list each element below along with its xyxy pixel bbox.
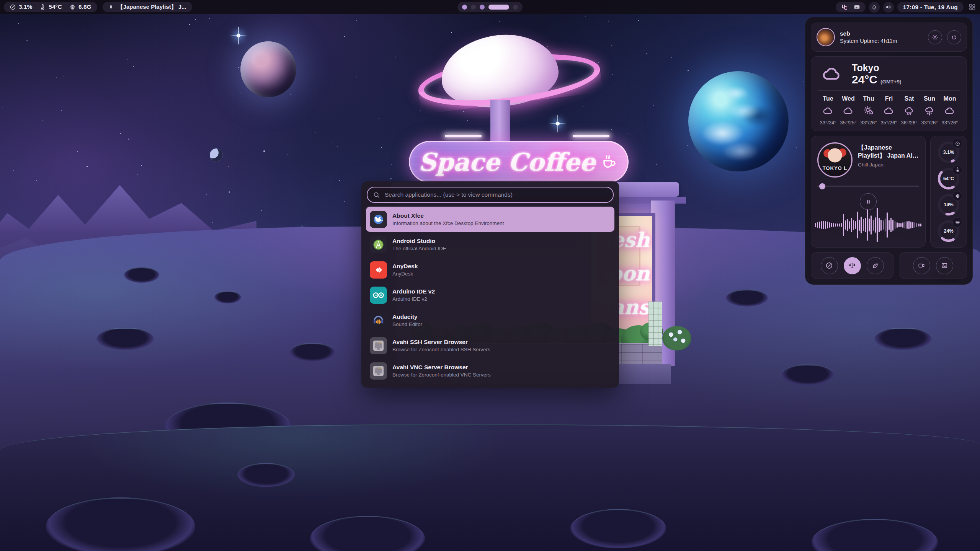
seek-knob[interactable] — [819, 183, 825, 189]
xfce-app-icon — [370, 211, 387, 228]
weather-city: Tokyo — [852, 63, 901, 73]
app-description: Information about the Xfce Desktop Envir… — [392, 220, 504, 226]
tray-wallpaper-icon[interactable] — [853, 3, 861, 11]
system-stats-pill: 3.1%54°C6.8G — [4, 2, 97, 12]
power-profile-scales[interactable] — [844, 257, 861, 274]
search-input[interactable] — [384, 191, 608, 199]
gauge-thermometer: 54°C — [936, 166, 961, 191]
power-profile-card — [811, 252, 893, 279]
arduino-app-icon — [370, 287, 387, 304]
rain-icon — [903, 105, 915, 117]
app-name: Arduino IDE v2 — [392, 288, 435, 295]
app-name: About Xfce — [392, 212, 504, 219]
app-row-audacity[interactable]: Audacity Sound Editor — [366, 308, 614, 333]
forecast-fri: Fri 35°/26° — [879, 95, 899, 126]
marquee-light — [445, 135, 482, 137]
forecast-sat: Sat 36°/26° — [899, 95, 919, 126]
clock-button[interactable]: 17:09 - Tue, 19 Aug — [897, 2, 964, 12]
volume-button[interactable] — [883, 2, 894, 13]
app-row-avahi-ssh-server-browser[interactable]: Avahi SSH Server Browser Browse for Zero… — [366, 333, 614, 358]
stat-gauge: 3.1% — [10, 3, 32, 10]
cloud-icon — [818, 64, 846, 85]
app-row-arduino-ide-v2[interactable]: Arduino IDE v2 Arduino IDE v2 — [366, 282, 614, 308]
forecast-thu: Thu 33°/26° — [859, 95, 879, 126]
android-studio-app-icon — [370, 236, 387, 253]
topbar-left-cluster: 3.1%54°C6.8G 【Japanese Playlist】 J... — [4, 2, 192, 12]
capture-video[interactable] — [913, 257, 930, 274]
search-bar — [367, 187, 614, 203]
notifications-button[interactable] — [869, 2, 880, 13]
grid-icon — [968, 3, 976, 11]
app-description: Sound Editor — [392, 321, 422, 327]
power-profile-speedometer[interactable] — [821, 257, 838, 274]
workspace-pill — [457, 2, 523, 12]
workspace-4-active[interactable] — [488, 5, 509, 10]
app-row-anydesk[interactable]: AnyDesk AnyDesk — [366, 257, 614, 282]
thermometer-icon — [952, 165, 962, 175]
overview-button[interactable] — [967, 2, 977, 12]
forecast-wed: Wed 35°/25° — [838, 95, 858, 126]
gauge-chip: 14% — [936, 192, 961, 217]
now-playing-pill[interactable]: 【Japanese Playlist】 J... — [103, 2, 192, 12]
weather-card: Tokyo 24°C (GMT+9) Tue 33°/24°Wed 35°/25… — [811, 56, 967, 131]
neon-sign: Space Coffee — [409, 141, 629, 183]
app-row-about-xfce[interactable]: About Xfce Information about the Xfce De… — [366, 207, 614, 232]
app-name: AnyDesk — [392, 263, 418, 270]
cloud-icon — [822, 105, 834, 117]
topbar-right-cluster: 17:09 - Tue, 19 Aug — [836, 2, 977, 13]
weather-forecast: Tue 33°/24°Wed 35°/25°Thu 33°/26°Fri 35°… — [818, 95, 960, 126]
memory-icon — [952, 217, 962, 227]
cloud-icon — [883, 105, 895, 117]
screenshot-icon — [941, 262, 948, 269]
app-row-avahi-vnc-server-browser[interactable]: Avahi VNC Server Browser Browse for Zero… — [366, 358, 614, 383]
top-panel: 3.1%54°C6.8G 【Japanese Playlist】 J... 17… — [0, 0, 980, 14]
storm-icon — [924, 105, 935, 117]
gauge-icon — [10, 4, 16, 10]
workspace-3[interactable] — [480, 5, 485, 10]
weather-current: Tokyo 24°C (GMT+9) — [818, 63, 960, 85]
app-row-android-studio[interactable]: Android Studio The official Android IDE — [366, 232, 614, 257]
workspace-5[interactable] — [513, 5, 518, 10]
app-description: Browse for Zeroconf-enabled VNC Servers — [392, 372, 491, 378]
capture-screenshot[interactable] — [936, 257, 953, 274]
cloud-icon — [944, 105, 956, 117]
power-button[interactable] — [947, 30, 961, 44]
divider — [818, 90, 960, 91]
scales-icon — [848, 262, 856, 269]
cloud-icon — [843, 105, 854, 117]
app-name: Android Studio — [392, 238, 446, 245]
app-name: Avahi SSH Server Browser — [392, 339, 490, 346]
marquee-light — [573, 135, 609, 137]
power-icon — [951, 34, 957, 41]
workspace-1[interactable] — [462, 5, 467, 10]
seek-slider[interactable] — [817, 183, 919, 189]
dashboard-panel: seb System Uptime: 4h11m Tokyo 24°C (GMT… — [805, 17, 973, 285]
partly-sunny-icon — [863, 105, 874, 117]
forecast-sun: Sun 33°/26° — [920, 95, 939, 126]
avatar[interactable] — [817, 28, 835, 46]
cup-stand — [490, 100, 510, 145]
network-app-icon — [370, 337, 387, 354]
app-description: The official Android IDE — [392, 246, 446, 251]
stat-thermometer: 54°C — [39, 3, 62, 10]
workspace-2[interactable] — [471, 5, 476, 10]
tray-update-icon[interactable] — [841, 3, 848, 11]
audio-visualizer — [815, 207, 921, 243]
network-app-icon — [370, 362, 387, 380]
audacity-app-icon — [370, 312, 387, 329]
power-profile-leaf[interactable] — [867, 257, 884, 274]
video-icon — [918, 262, 925, 269]
track-title: 【Japanese Playlist】 Japan All Night - To… — [858, 144, 919, 160]
clock-label: 17:09 - Tue, 19 Aug — [903, 4, 958, 11]
app-launcher: About Xfce Information about the Xfce De… — [361, 181, 619, 388]
gear-icon — [932, 34, 938, 41]
crescent-moon — [210, 148, 223, 161]
app-name: Audacity — [392, 313, 422, 320]
workspace-indicator — [457, 2, 523, 12]
purple-planet — [240, 41, 296, 97]
capture-card — [899, 252, 967, 279]
settings-button[interactable] — [928, 30, 942, 44]
album-art: TOKYO L — [817, 142, 853, 178]
thermometer-icon — [39, 4, 46, 10]
app-name: Avahi VNC Server Browser — [392, 364, 491, 371]
